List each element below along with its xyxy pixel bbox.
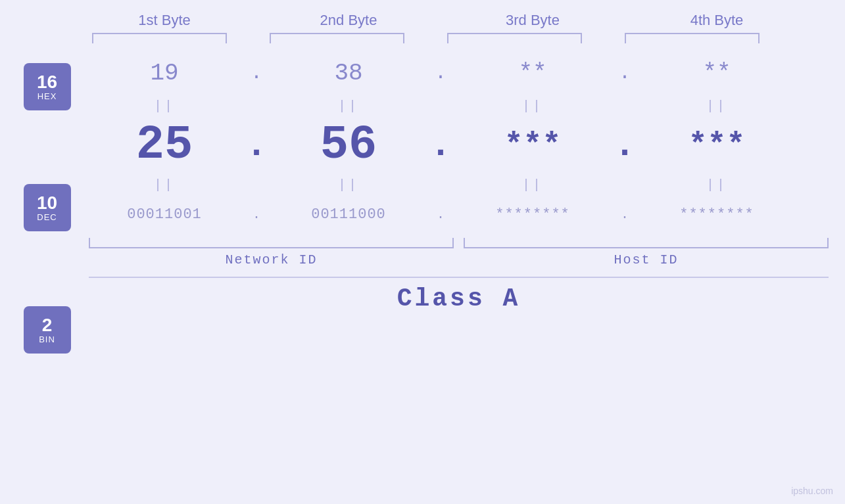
byte1-header: 1st Byte (89, 12, 240, 29)
bracket-byte1 (92, 33, 227, 43)
bin-badge-number: 2 (42, 316, 53, 334)
eq2-b1: || (89, 177, 240, 193)
byte3-header: 3rd Byte (457, 12, 608, 29)
hex-dot2: . (424, 62, 457, 84)
byte2-header: 2nd Byte (273, 12, 424, 29)
bin-values-row: 00011001 . 00111000 . ******** . *******… (89, 195, 845, 234)
bin-dot1: . (240, 207, 273, 222)
host-bracket (464, 238, 829, 248)
hex-values-row: 19 . 38 . ** . ** (89, 50, 845, 96)
hex-dot1: . (240, 62, 273, 84)
bin-badge: 2 BIN (24, 306, 71, 354)
eq2-b2: || (273, 177, 424, 193)
bracket-byte2 (270, 33, 404, 43)
eq1-b3: || (457, 99, 608, 114)
bin-b2: 00111000 (273, 206, 424, 223)
dec-badge-wrapper: 10 DEC (24, 184, 71, 231)
bin-b1: 00011001 (89, 206, 240, 223)
byte-headers-row: 1st Byte 2nd Byte 3rd Byte 4th Byte (0, 0, 845, 29)
badges-column: 16 HEX 10 DEC 2 BIN (0, 50, 89, 354)
hex-b3: ** (457, 60, 608, 87)
eq1-b2: || (273, 99, 424, 114)
dec-b1: 25 (89, 118, 240, 172)
dec-b4: *** (641, 127, 792, 163)
equals-row-1: || || || || (89, 96, 845, 116)
bin-dot2: . (424, 207, 457, 222)
bin-badge-label: BIN (39, 334, 55, 344)
bin-b3: ******** (457, 206, 608, 223)
host-id-label: Host ID (464, 252, 829, 267)
byte4-header: 4th Byte (641, 12, 792, 29)
watermark: ipshu.com (791, 486, 833, 496)
dec-badge-number: 10 (37, 194, 57, 212)
main-area: 16 HEX 10 DEC 2 BIN (0, 50, 845, 354)
equals-row-2: || || || || (89, 175, 845, 195)
hex-dot3: . (608, 62, 641, 84)
class-label: Class A (397, 285, 521, 313)
bin-b4: ******** (641, 206, 792, 223)
hex-badge: 16 HEX (24, 63, 71, 110)
id-labels-row: Network ID Host ID (89, 252, 845, 267)
class-row: Class A (89, 277, 829, 313)
eq1-b4: || (641, 99, 792, 114)
hex-badge-number: 16 (37, 73, 57, 91)
dec-dot2: . (424, 125, 457, 166)
bracket-byte3 (447, 33, 582, 43)
bracket-byte4 (625, 33, 760, 43)
eq2-b3: || (457, 177, 608, 193)
dec-badge-label: DEC (37, 212, 57, 222)
eq1-b1: || (89, 99, 240, 114)
dec-badge: 10 DEC (24, 184, 71, 231)
network-id-label: Network ID (89, 252, 454, 267)
hex-b1: 19 (89, 60, 240, 87)
hex-badge-wrapper: 16 HEX (24, 63, 71, 110)
dec-values-row: 25 . 56 . *** . *** (89, 116, 845, 175)
eq2-b4: || (641, 177, 792, 193)
hex-badge-label: HEX (37, 91, 57, 101)
top-brackets (0, 33, 845, 43)
bin-dot3: . (608, 207, 641, 222)
dec-b2: 56 (273, 118, 424, 172)
bin-badge-wrapper: 2 BIN (24, 306, 71, 354)
dec-b3: *** (457, 127, 608, 163)
hex-b4: ** (641, 60, 792, 87)
hex-b2: 38 (273, 60, 424, 87)
network-bracket (89, 238, 454, 248)
page-container: 1st Byte 2nd Byte 3rd Byte 4th Byte 16 H… (0, 0, 845, 504)
values-grid: 19 . 38 . ** . ** || || || || 25 (89, 50, 845, 354)
dec-dot3: . (608, 125, 641, 166)
dec-dot1: . (240, 125, 273, 166)
bottom-brackets-row (89, 238, 845, 248)
